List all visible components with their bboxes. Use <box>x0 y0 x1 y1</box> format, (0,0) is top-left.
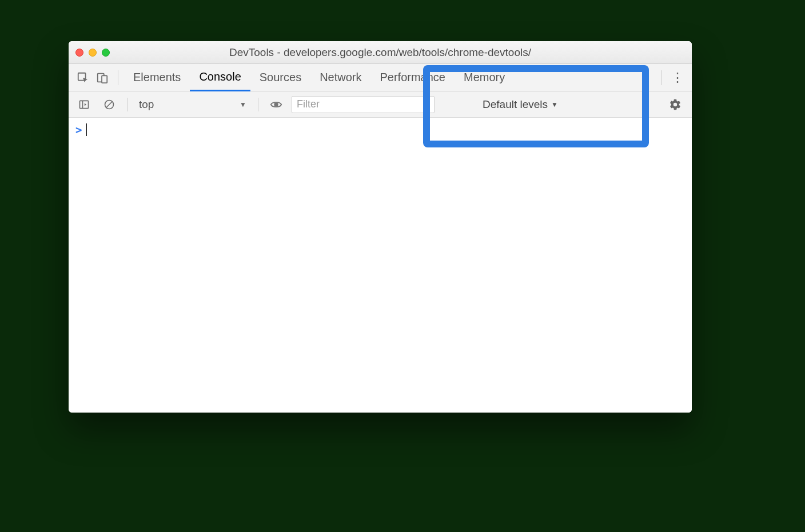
filter-input[interactable] <box>292 96 435 113</box>
close-window-button[interactable] <box>75 49 83 57</box>
tab-elements[interactable]: Elements <box>124 64 190 91</box>
log-levels-dropdown[interactable]: Default levels ▼ <box>480 98 560 111</box>
prompt-marker: > <box>75 123 82 136</box>
separator <box>127 98 127 111</box>
clear-console-icon[interactable] <box>99 95 119 114</box>
live-expression-icon[interactable] <box>266 95 286 114</box>
minimize-window-button[interactable] <box>89 49 97 57</box>
tab-sources[interactable]: Sources <box>250 64 310 91</box>
svg-line-6 <box>106 102 112 107</box>
main-tabbar: Elements Console Sources Network Perform… <box>69 64 692 91</box>
separator <box>661 70 662 85</box>
execution-context-selector[interactable]: top ▼ <box>136 98 250 111</box>
console-prompt[interactable]: > <box>75 123 685 136</box>
maximize-window-button[interactable] <box>102 49 110 57</box>
console-settings-icon[interactable] <box>667 95 686 114</box>
inspect-element-icon[interactable] <box>73 68 93 87</box>
toggle-device-toolbar-icon[interactable] <box>93 68 112 87</box>
separator <box>118 70 118 85</box>
window-title: DevTools - developers.google.com/web/too… <box>69 46 692 59</box>
text-caret <box>86 123 87 136</box>
svg-rect-2 <box>102 75 107 83</box>
toggle-sidebar-icon[interactable] <box>74 95 94 114</box>
separator <box>258 98 258 111</box>
more-tabs-icon[interactable]: » <box>636 68 656 87</box>
tab-memory[interactable]: Memory <box>455 64 514 91</box>
console-toolbar: top ▼ Default levels ▼ <box>69 91 692 118</box>
chevron-down-icon: ▼ <box>240 101 246 109</box>
devtools-window: DevTools - developers.google.com/web/too… <box>69 41 692 413</box>
chevron-down-icon: ▼ <box>551 101 558 109</box>
svg-rect-3 <box>80 101 89 108</box>
tab-console[interactable]: Console <box>190 65 250 91</box>
svg-point-7 <box>274 103 278 106</box>
titlebar: DevTools - developers.google.com/web/too… <box>69 41 692 64</box>
customize-menu-icon[interactable]: ⋮ <box>668 70 687 85</box>
log-levels-label: Default levels <box>483 98 548 111</box>
tab-performance[interactable]: Performance <box>371 64 455 91</box>
tab-network[interactable]: Network <box>310 64 370 91</box>
context-label: top <box>139 98 154 111</box>
traffic-lights <box>75 49 110 57</box>
console-output[interactable]: > <box>69 118 692 413</box>
